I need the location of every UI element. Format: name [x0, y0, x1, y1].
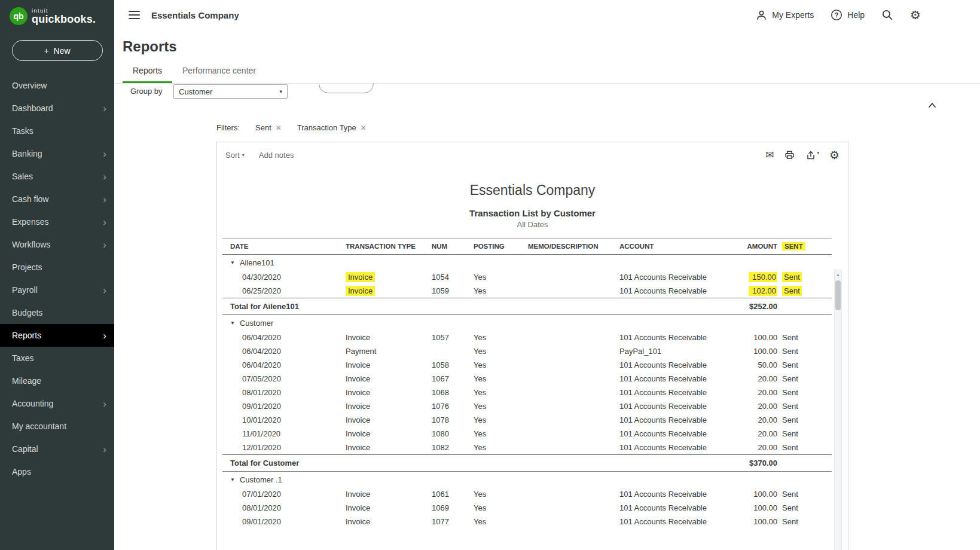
transaction-row[interactable]: 06/04/2020Invoice1057Yes101 Accounts Rec… [222, 331, 832, 344]
chevron-right-icon: › [103, 149, 106, 159]
cell-sent: Sent [777, 515, 832, 528]
scrollbar-thumb[interactable] [835, 280, 841, 310]
cell-sent: Sent [777, 413, 832, 427]
export-button[interactable]: ▾ [805, 150, 819, 161]
transaction-row[interactable]: 08/01/2020Invoice1068Yes101 Accounts Rec… [222, 386, 832, 399]
sidebar-item-projects[interactable]: Projects [0, 256, 114, 279]
sidebar-item-my-accountant[interactable]: My accountant [0, 415, 114, 438]
collapse-group-icon[interactable]: ▼ [230, 477, 235, 482]
cell-posting: Yes [474, 487, 528, 501]
sidebar-item-tasks[interactable]: Tasks [0, 120, 114, 142]
transaction-row[interactable]: 10/01/2020Invoice1078Yes101 Accounts Rec… [222, 413, 832, 427]
transaction-row[interactable]: 06/04/2020PaymentYesPayPal_101100.00Sent [222, 344, 832, 358]
settings-gear-icon[interactable]: ⚙ [910, 9, 921, 21]
report-settings-gear-icon[interactable]: ⚙ [829, 149, 839, 161]
filter-chip-label: Sent [255, 123, 271, 132]
transaction-row[interactable]: 06/04/2020Invoice1058Yes101 Accounts Rec… [222, 358, 832, 372]
sidebar-item-banking[interactable]: Banking› [0, 142, 114, 165]
transaction-row[interactable]: 09/01/2020Invoice1077Yes101 Accounts Rec… [222, 515, 832, 528]
print-icon[interactable] [784, 149, 795, 161]
hamburger-menu-icon[interactable] [129, 8, 140, 22]
remove-filter-icon[interactable]: ✕ [361, 124, 367, 132]
cell-amount: 20.00 [712, 386, 777, 399]
transaction-row[interactable]: 08/01/2020Invoice1069Yes101 Accounts Rec… [222, 501, 832, 515]
new-button[interactable]: + New [12, 40, 103, 61]
cell-amount: 102.00 [712, 284, 777, 298]
scrollbar-up-arrow[interactable]: ▲ [835, 270, 841, 279]
chevron-right-icon: › [103, 331, 106, 341]
cell-posting: Yes [474, 386, 528, 399]
sidebar-item-payroll[interactable]: Payroll› [0, 279, 114, 301]
transaction-row[interactable]: 04/30/2020Invoice1054Yes101 Accounts Rec… [222, 270, 832, 284]
cell-num: 1076 [432, 399, 474, 413]
cell-posting: Yes [474, 331, 528, 344]
sidebar-item-sales[interactable]: Sales› [0, 165, 114, 188]
quickbooks-logo-text: quickbooks. [32, 14, 96, 25]
transaction-row[interactable]: 07/05/2020Invoice1067Yes101 Accounts Rec… [222, 372, 832, 386]
transaction-row[interactable]: 06/25/2020Invoice1059Yes101 Accounts Rec… [222, 284, 832, 298]
help-label: Help [847, 10, 865, 20]
cell-amount: 20.00 [712, 399, 777, 413]
chevron-right-icon: › [103, 103, 106, 114]
cell-account: 101 Accounts Receivable [619, 331, 712, 344]
cell-date: 06/04/2020 [222, 331, 346, 344]
collapse-panel-chevron-up-icon[interactable] [926, 99, 938, 111]
help-button[interactable]: ? Help [831, 9, 865, 21]
transaction-row[interactable]: 09/01/2020Invoice1076Yes101 Accounts Rec… [222, 399, 832, 413]
page-title: Reports [123, 38, 177, 55]
my-experts-button[interactable]: My Experts [756, 10, 814, 21]
search-icon[interactable] [881, 9, 893, 21]
sidebar-item-mileage[interactable]: Mileage [0, 369, 114, 392]
sidebar-item-accounting[interactable]: Accounting› [0, 392, 114, 415]
sidebar-item-apps[interactable]: Apps [0, 460, 114, 483]
cell-num: 1077 [432, 515, 474, 528]
caret-down-icon: ▾ [817, 151, 819, 155]
cell-num: 1078 [432, 413, 474, 427]
cell-transaction-type: Invoice [346, 413, 432, 427]
sidebar-item-workflows[interactable]: Workflows› [0, 233, 114, 256]
cell-num: 1054 [432, 270, 474, 284]
sidebar-item-capital[interactable]: Capital› [0, 438, 114, 460]
tab-reports[interactable]: Reports [123, 66, 172, 83]
sidebar-item-label: Dashboard [12, 103, 53, 113]
cell-posting: Yes [474, 399, 528, 413]
sidebar-item-budgets[interactable]: Budgets [0, 301, 114, 324]
cell-sent: Sent [777, 427, 832, 441]
sidebar-item-overview[interactable]: Overview [0, 74, 114, 97]
sidebar-item-cash-flow[interactable]: Cash flow› [0, 188, 114, 210]
report-panel: Sort ▾ Add notes ✉ ▾ ⚙ Essentials Compan… [216, 142, 848, 550]
group-total-amount: $252.00 [712, 298, 777, 315]
sidebar-item-reports[interactable]: Reports› [0, 324, 114, 347]
add-notes-button[interactable]: Add notes [259, 151, 294, 160]
transaction-row[interactable]: 12/01/2020Invoice1082Yes101 Accounts Rec… [222, 441, 832, 455]
cell-posting: Yes [474, 284, 528, 298]
partially-hidden-button[interactable] [319, 84, 374, 93]
tab-performance-center[interactable]: Performance center [172, 66, 266, 83]
cell-amount: 20.00 [712, 427, 777, 441]
sent-header-highlight: SENT [782, 242, 805, 250]
cell-date: 07/05/2020 [222, 372, 346, 386]
transaction-row[interactable]: 11/01/2020Invoice1080Yes101 Accounts Rec… [222, 427, 832, 441]
collapse-group-icon[interactable]: ▼ [230, 320, 235, 326]
sidebar-item-taxes[interactable]: Taxes [0, 347, 114, 369]
transaction-row[interactable]: 07/01/2020Invoice1061Yes101 Accounts Rec… [222, 487, 832, 501]
cell-date: 09/01/2020 [222, 515, 346, 528]
collapse-group-icon[interactable]: ▼ [230, 260, 235, 265]
email-icon[interactable]: ✉ [765, 150, 774, 160]
cell-posting: Yes [474, 358, 528, 372]
sidebar-item-expenses[interactable]: Expenses› [0, 210, 114, 233]
sidebar-item-dashboard[interactable]: Dashboard› [0, 97, 114, 120]
cell-num: 1057 [432, 331, 474, 344]
groupby-row: Group by Customer ▾ [114, 84, 980, 100]
table-scrollbar[interactable]: ▲ [834, 270, 842, 550]
cell-account: 101 Accounts Receivable [619, 284, 712, 298]
group-total-label: Total for Ailene101 [222, 298, 712, 315]
remove-filter-icon[interactable]: ✕ [276, 124, 282, 132]
sort-dropdown[interactable]: Sort ▾ [225, 151, 245, 160]
group-by-select[interactable]: Customer ▾ [173, 84, 288, 99]
report-company-name: Essentials Company [217, 182, 848, 198]
cell-account: 101 Accounts Receivable [619, 487, 712, 501]
topbar: Essentials Company My Experts ? Help ⚙ [114, 0, 980, 30]
group-row-ailene101: ▼Ailene101 [222, 255, 832, 271]
cell-memo [528, 344, 619, 358]
